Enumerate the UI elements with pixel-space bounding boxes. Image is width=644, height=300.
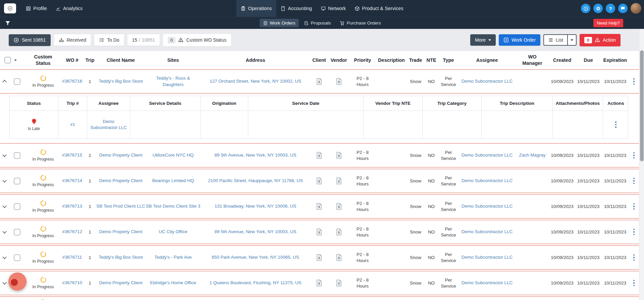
- help-button[interactable]: ?: [606, 4, 615, 13]
- need-help-button[interactable]: Need Help?: [593, 19, 623, 27]
- row-menu-button[interactable]: [632, 228, 636, 237]
- assignee-link[interactable]: Demo Subcontractor LLC: [462, 78, 513, 84]
- assignee-link[interactable]: Demo Subcontractor LLC: [462, 203, 513, 209]
- assignee-link[interactable]: Demo Subcontractor LLC: [462, 254, 513, 260]
- client-invoice-icon[interactable]: $: [316, 228, 322, 235]
- app-logo[interactable]: [4, 3, 16, 13]
- wo-number-link[interactable]: #3676714: [62, 178, 82, 184]
- select-all-dropdown-icon[interactable]: [14, 59, 17, 61]
- address-link[interactable]: 2100 Pacific Street, Hauppauge, NY 11788…: [208, 178, 303, 184]
- site-link[interactable]: Eldridge's Home Office: [150, 280, 196, 286]
- trip-number-link[interactable]: #1: [70, 122, 75, 128]
- trip-assignee-link[interactable]: Demo Subcontractor LLC: [90, 119, 127, 130]
- row-expander[interactable]: [0, 144, 9, 167]
- vendor-invoice-icon[interactable]: $: [336, 280, 342, 287]
- wo-number-link[interactable]: #3676716: [62, 78, 82, 84]
- assignee-link[interactable]: Demo Subcontractor LLC: [462, 152, 513, 158]
- vendor-invoice-icon[interactable]: $: [336, 78, 342, 85]
- row-menu-button[interactable]: [632, 279, 636, 288]
- nav-accounting[interactable]: Accounting: [276, 0, 316, 17]
- nav-analytics[interactable]: Analytics: [51, 0, 87, 17]
- more-button[interactable]: More: [470, 34, 496, 46]
- history-button[interactable]: [581, 4, 590, 13]
- select-all-checkbox[interactable]: [4, 57, 11, 63]
- address-link[interactable]: 650 Park Avenue, New York, NY 10065, US: [212, 254, 299, 260]
- vendor-invoice-icon[interactable]: $: [336, 152, 342, 159]
- address-link[interactable]: 89 5th Avenue, New York, NY 10003, US: [214, 152, 296, 158]
- nav-network[interactable]: Network: [316, 0, 350, 17]
- action-button[interactable]: 0 Action: [580, 34, 621, 46]
- address-link[interactable]: 89 5th Avenue, New York, NY 10003, US: [214, 229, 296, 235]
- vendor-invoice-icon[interactable]: $: [336, 254, 342, 261]
- nav-profile[interactable]: Profile: [21, 0, 51, 17]
- client-name-link[interactable]: Demo Property Client: [99, 152, 142, 158]
- client-name-link[interactable]: Demo Property Client: [99, 229, 142, 235]
- row-menu-button[interactable]: [632, 177, 636, 185]
- add-work-order-button[interactable]: Work Order: [499, 34, 540, 46]
- site-link[interactable]: SB Test Demo Client Site 3: [146, 203, 201, 209]
- wo-number-link[interactable]: #3676711: [62, 254, 82, 260]
- scrollbar-thumb[interactable]: [640, 50, 644, 161]
- assignee-link[interactable]: Demo Subcontractor LLC: [462, 178, 513, 184]
- view-dropdown-button[interactable]: [567, 35, 576, 45]
- client-invoice-icon[interactable]: $: [316, 152, 322, 159]
- client-name-link[interactable]: SB Test Prod Client LLC: [96, 203, 145, 209]
- settings-button[interactable]: [593, 4, 603, 13]
- client-name-link[interactable]: Teddy's Big Box Store: [99, 254, 143, 260]
- trip-menu-button[interactable]: [614, 120, 618, 129]
- nav-products-services[interactable]: Product & Services: [350, 0, 408, 17]
- address-link[interactable]: 127 Orchard Street, New York, NY 10002, …: [210, 78, 301, 84]
- site-link[interactable]: UtilizeCore NYC HQ: [153, 152, 194, 158]
- vendor-invoice-icon[interactable]: $: [336, 177, 342, 184]
- client-invoice-icon[interactable]: $: [316, 78, 322, 85]
- address-link[interactable]: 1 Queens Boulevard, Flushing, NY 11375, …: [209, 280, 301, 286]
- messages-button[interactable]: [618, 4, 628, 13]
- row-expander[interactable]: [0, 220, 9, 244]
- vendor-invoice-icon[interactable]: $: [336, 228, 342, 235]
- assignee-link[interactable]: Demo Subcontractor LLC: [462, 229, 513, 235]
- wo-manager-link[interactable]: Zach Magray: [519, 152, 546, 158]
- pagination[interactable]: 15 / 10851: [127, 34, 160, 46]
- row-expander[interactable]: [0, 70, 9, 93]
- user-avatar[interactable]: [631, 3, 641, 14]
- row-menu-button[interactable]: [632, 77, 636, 86]
- row-menu-button[interactable]: [632, 202, 636, 211]
- row-checkbox[interactable]: [14, 203, 20, 210]
- row-expander[interactable]: [0, 271, 9, 295]
- address-link[interactable]: 131 Broadway, New York, NY 10006, US: [215, 203, 296, 209]
- wo-number-link[interactable]: #3676710: [62, 280, 82, 286]
- client-invoice-icon[interactable]: $: [316, 254, 322, 261]
- wo-number-link[interactable]: #3676712: [62, 229, 82, 235]
- row-menu-button[interactable]: [632, 253, 636, 262]
- row-checkbox[interactable]: [14, 254, 20, 261]
- tab-proposals[interactable]: Proposals: [301, 19, 334, 27]
- custom-wo-status-button[interactable]: 0 Custom WO Status: [163, 34, 231, 46]
- vertical-scrollbar[interactable]: [639, 29, 644, 300]
- row-menu-button[interactable]: [632, 151, 636, 160]
- todo-filter-button[interactable]: To Do: [94, 34, 124, 46]
- list-view-button[interactable]: List: [544, 35, 567, 45]
- site-link[interactable]: Bearings Limited HQ: [152, 178, 194, 184]
- client-name-link[interactable]: Demo Property Client: [99, 178, 142, 184]
- site-link[interactable]: UC City Office: [159, 229, 187, 235]
- client-invoice-icon[interactable]: $: [316, 203, 322, 210]
- row-expander[interactable]: [0, 169, 9, 192]
- client-name-link[interactable]: Teddy's Big Box Store: [99, 78, 143, 84]
- row-checkbox[interactable]: [14, 178, 20, 184]
- chat-launcher-button[interactable]: [8, 272, 26, 291]
- row-expander[interactable]: [0, 246, 9, 269]
- sent-filter-button[interactable]: Sent 10851: [9, 34, 51, 46]
- vendor-invoice-icon[interactable]: $: [336, 203, 342, 210]
- nav-operations[interactable]: Operations: [236, 0, 276, 17]
- client-invoice-icon[interactable]: $: [316, 177, 322, 184]
- row-checkbox[interactable]: [14, 229, 20, 235]
- filter-button[interactable]: [5, 20, 11, 26]
- client-name-link[interactable]: Demo Property Client: [99, 280, 142, 286]
- site-link[interactable]: Teddy's - Russ & Daughters: [145, 75, 201, 87]
- row-checkbox[interactable]: [14, 78, 20, 85]
- tab-work-orders[interactable]: Work Orders: [260, 19, 299, 27]
- received-filter-button[interactable]: Received: [54, 34, 91, 46]
- row-expander[interactable]: [0, 195, 9, 218]
- row-expander[interactable]: [0, 297, 9, 300]
- site-link[interactable]: Teddy's - Park Ave: [154, 254, 192, 260]
